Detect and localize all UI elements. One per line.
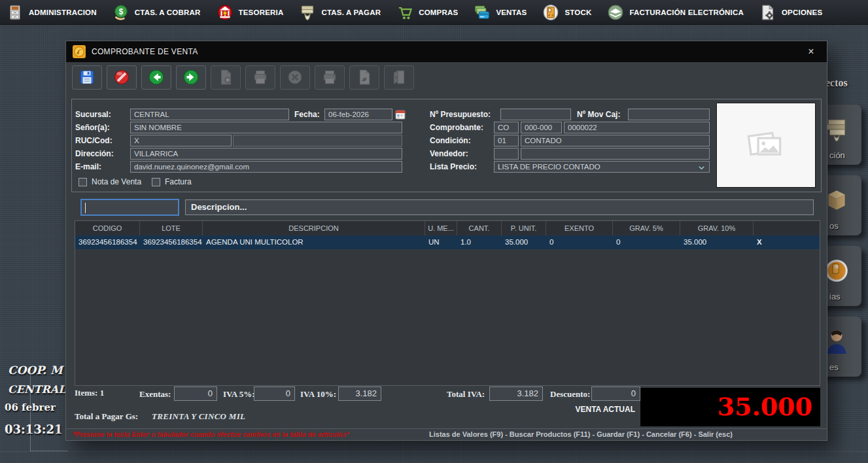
vendedor-field[interactable] (521, 148, 710, 160)
save-button[interactable] (72, 65, 102, 90)
mov-caj-field[interactable] (628, 109, 710, 120)
document-plus-icon (217, 69, 234, 86)
codigo-search-input[interactable] (80, 199, 179, 216)
exentas-label: Exentas: (139, 387, 171, 402)
desktop-divider (0, 451, 868, 452)
cell-descripcion: AGENDA UNI MULTICOLOR (203, 235, 425, 249)
nota-de-venta-checkbox[interactable] (78, 178, 87, 186)
menu-item-ctas-a-pagar[interactable]: CTAS. A PAGAR (299, 4, 381, 21)
iva5-label: IVA 5%: (223, 387, 255, 402)
column-header-grav5[interactable]: GRAV. 5% (613, 221, 680, 235)
desktop-panel-border (30, 368, 31, 451)
comprobante-numero-field[interactable]: 0000022 (564, 122, 710, 133)
nota-de-venta-label: Nota de Venta (92, 177, 141, 186)
comprobante-serie-field[interactable]: 000-000 (521, 122, 562, 133)
next-button[interactable] (176, 65, 206, 90)
print-button (245, 65, 275, 90)
cell-p-unit: 35.000 (502, 235, 546, 249)
factura-checkbox[interactable] (152, 178, 160, 186)
cash-card-icon (474, 4, 491, 21)
fecha-label: Fecha: (294, 109, 320, 120)
shortcut-label: ción (829, 150, 845, 160)
lista-precio-value: LISTA DE PRECIO CONTADO (498, 163, 600, 171)
factura-label: Factura (165, 177, 192, 186)
menu-label: CTAS. A COBRAR (135, 9, 201, 16)
table-row[interactable]: 36923456186354 36923456186354 AGENDA UNI… (75, 235, 820, 249)
menu-item-ctas-a-cobrar[interactable]: $ CTAS. A COBRAR (113, 4, 201, 21)
column-header-actions (754, 221, 820, 235)
condicion-label: Condición: (430, 135, 471, 146)
calendar-icon[interactable] (395, 109, 406, 120)
cell-exento: 0 (546, 235, 613, 249)
column-header-exento[interactable]: EXENTO (546, 221, 613, 235)
ruc-name-field[interactable] (233, 135, 402, 146)
comprobante-tipo-field[interactable]: CO (494, 122, 519, 133)
menu-item-ventas[interactable]: VENTAS (474, 4, 527, 21)
presupuesto-label: Nº Presupuesto: (430, 109, 491, 120)
menu-item-stock[interactable]: STOCK (542, 4, 591, 21)
column-header-grav10[interactable]: GRAV. 10% (680, 221, 754, 235)
stock-box-icon (542, 4, 559, 21)
menu-item-facturacion-electronica[interactable]: FACTURACIÓN ELECTRÓNICA (607, 4, 744, 21)
bank-icon (217, 4, 234, 21)
mov-caj-label: Nº Mov Caj: (577, 109, 620, 120)
delete-row-icon[interactable]: X (754, 235, 820, 249)
shortcut-label: es (829, 362, 839, 372)
fecha-field[interactable]: 06-feb-2026 (324, 109, 392, 120)
vendedor-codigo-field[interactable] (494, 148, 519, 160)
column-header-cant[interactable]: CANT. (457, 221, 502, 235)
condicion-codigo-field[interactable]: 01 (494, 135, 519, 146)
menu-item-opciones[interactable]: OPCIONES (759, 4, 822, 21)
close-icon[interactable]: × (802, 46, 820, 58)
iva10-field: 3.182 (338, 386, 381, 401)
column-header-lote[interactable]: LOTE (140, 221, 203, 235)
prohibited-icon (113, 69, 130, 86)
menu-label: FACTURACIÓN ELECTRÓNICA (629, 9, 744, 16)
descuento-label: Descuento: (550, 387, 590, 402)
comprobante-label: Comprobante: (430, 122, 483, 133)
shortcut-label: os (829, 221, 839, 231)
venta-actual-display: 35.000 (640, 388, 820, 426)
dollar-hand-icon: $ (113, 4, 130, 21)
column-header-descripcion[interactable]: DESCRIPCION (203, 221, 425, 235)
menu-label: CTAS. A PAGAR (321, 9, 381, 16)
photo-icon (744, 128, 788, 162)
shortcut-label: ias (829, 292, 841, 301)
org-name-line1: COOP. M (8, 364, 63, 377)
printer-icon (252, 69, 269, 86)
sucursal-field[interactable]: CENTRAL (130, 109, 289, 120)
email-label: E-mail: (75, 161, 101, 173)
ruc-field[interactable]: X (130, 135, 232, 146)
menu-label: OPCIONES (782, 9, 822, 16)
lista-precio-select[interactable]: LISTA DE PRECIO CONTADO (494, 161, 710, 173)
cell-grav10: 35.000 (680, 235, 754, 249)
menu-item-tesoreria[interactable]: TESORERIA (217, 4, 284, 21)
floppy-disk-icon (78, 69, 95, 86)
presupuesto-field[interactable] (500, 109, 571, 120)
window-title: COMPROBANTE DE VENTA (92, 47, 198, 56)
lista-precio-label: Lista Precio: (430, 161, 477, 173)
arrow-right-icon (182, 69, 200, 86)
cell-u-me: UN (425, 235, 457, 249)
statusbar-hint: *Presione la tecla Enter o tabulador cua… (73, 430, 349, 438)
descripcion-search-input[interactable]: Descripcion... (185, 199, 814, 215)
condicion-field[interactable]: CONTADO (521, 135, 710, 146)
desktop-clock: 03:13:21 (5, 422, 62, 436)
column-header-u-me[interactable]: U. ME... (425, 221, 457, 235)
email-field[interactable]: david.nunez.quinonez@gmail.com (130, 161, 402, 173)
cancel-button[interactable] (107, 65, 137, 90)
senor-field[interactable]: SIN NOMBRE (130, 122, 402, 133)
menu-item-administracion[interactable]: ADMINISTRACION (7, 4, 97, 21)
total-iva-label: Total IVA: (447, 387, 485, 402)
statusbar-shortcuts: Listas de Valores (F9) - Buscar Producto… (429, 430, 733, 438)
menu-item-compras[interactable]: COMPRAS (396, 4, 458, 21)
column-header-codigo[interactable]: CODIGO (75, 221, 140, 235)
cell-lote: 36923456186354 (140, 235, 203, 249)
window-titlebar[interactable]: COMPROBANTE DE VENTA × (66, 41, 827, 62)
column-header-p-unit[interactable]: P. UNIT. (502, 221, 546, 235)
sucursal-label: Sucursal: (75, 109, 111, 120)
direccion-field[interactable]: VILLARRICA (130, 148, 402, 160)
gear-document-icon (759, 4, 776, 21)
exit-button (384, 65, 414, 90)
previous-button[interactable] (141, 65, 171, 90)
